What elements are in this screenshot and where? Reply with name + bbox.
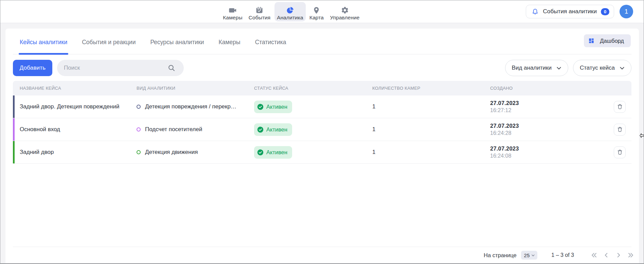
pager-controls xyxy=(590,251,634,259)
table-row[interactable]: Задний двор Детекция движения Активен 1 … xyxy=(13,141,631,164)
app-window: Камеры События Аналитика Карта xyxy=(0,0,644,264)
toolbar: Добавить Вид аналитики Статус xyxy=(13,60,631,76)
nav-item-label: Аналитика xyxy=(277,15,303,21)
double-chevron-right-icon xyxy=(627,251,634,259)
column-header-case-status: СТАТУС КЕЙСА xyxy=(254,86,372,91)
filter-case-status-label: Статус кейса xyxy=(580,65,615,71)
mouse-cursor-artifact xyxy=(640,133,644,139)
analytics-type-label: Детекция повреждения / перекр… xyxy=(145,103,236,110)
table-row[interactable]: Основной вход Подсчет посетителей Активе… xyxy=(13,118,631,141)
trash-icon xyxy=(616,126,623,133)
video-camera-icon xyxy=(228,6,237,14)
created-cell: 27.07.2023 16:24:08 xyxy=(490,145,608,159)
case-name: Задний двор xyxy=(13,149,137,156)
last-page-button[interactable] xyxy=(627,251,634,259)
cameras-count: 1 xyxy=(372,103,490,110)
dashboard-button-label: Дашборд xyxy=(600,38,624,44)
nav-item-cameras[interactable]: Камеры xyxy=(220,2,245,21)
table-row[interactable]: Задний двор. Детекция повреждений Детекц… xyxy=(13,95,631,118)
search-input[interactable] xyxy=(64,65,167,71)
nav-item-map[interactable]: Карта xyxy=(307,2,326,21)
column-header-cameras-count: КОЛИЧЕСТВО КАМЕР xyxy=(372,86,490,91)
dashboard-grid-icon xyxy=(588,38,594,44)
delete-case-button[interactable] xyxy=(614,146,626,158)
prev-page-button[interactable] xyxy=(603,251,610,259)
dashboard-button[interactable]: Дашборд xyxy=(584,34,631,47)
filter-case-status[interactable]: Статус кейса xyxy=(573,60,631,76)
tab-events-reactions[interactable]: События и реакции xyxy=(82,37,136,54)
map-pin-icon xyxy=(312,6,320,14)
filter-analytics-type-label: Вид аналитики xyxy=(512,65,552,71)
column-header-analytics-type: ВИД АНАЛИТИКИ xyxy=(137,86,254,91)
page-body: Кейсы аналитики События и реакции Ресурс… xyxy=(0,23,644,263)
status-badge: Активен xyxy=(254,123,292,136)
tabs: Кейсы аналитики События и реакции Ресурс… xyxy=(13,37,631,54)
tabs-row: Кейсы аналитики События и реакции Ресурс… xyxy=(13,29,631,54)
per-page-label: На странице xyxy=(484,252,517,259)
nav-item-analytics[interactable]: Аналитика xyxy=(274,2,306,21)
per-page-value: 25 xyxy=(524,252,530,258)
chevron-down-icon xyxy=(619,65,625,71)
created-date: 27.07.2023 xyxy=(490,145,608,152)
check-circle-icon xyxy=(257,104,264,110)
analytics-card: Кейсы аналитики События и реакции Ресурс… xyxy=(5,29,639,263)
analytics-type-ring-icon xyxy=(137,127,141,131)
case-name: Основной вход xyxy=(13,126,137,133)
chevron-right-icon xyxy=(615,251,622,259)
created-time: 16:24:08 xyxy=(490,153,608,159)
status-badge-label: Активен xyxy=(266,104,287,110)
created-time: 16:24:28 xyxy=(490,130,608,136)
analytics-type-label: Подсчет посетителей xyxy=(145,126,202,133)
cameras-count: 1 xyxy=(372,149,490,156)
tab-cameras[interactable]: Камеры xyxy=(218,37,241,54)
trash-icon xyxy=(616,103,623,110)
created-time: 16:27:12 xyxy=(490,107,608,113)
chevron-down-icon xyxy=(556,65,562,71)
filters: Вид аналитики Статус кейса xyxy=(505,60,631,76)
row-accent-bar xyxy=(13,118,15,141)
topbar-right: События аналитики 0 1 xyxy=(526,0,633,23)
delete-case-button[interactable] xyxy=(614,124,626,136)
nav-item-label: Карта xyxy=(309,15,324,21)
events-button-label: События аналитики xyxy=(543,8,597,15)
nav-item-label: Управление xyxy=(330,15,359,21)
first-page-button[interactable] xyxy=(590,251,598,259)
chevron-left-icon xyxy=(603,251,610,259)
created-cell: 27.07.2023 16:24:28 xyxy=(490,123,608,136)
check-circle-icon xyxy=(257,126,264,133)
delete-case-button[interactable] xyxy=(614,101,626,113)
analytics-type-ring-icon xyxy=(137,150,141,154)
created-date: 27.07.2023 xyxy=(490,123,608,129)
column-header-case-name: НАЗВАНИЕ КЕЙСА xyxy=(13,86,137,91)
gear-icon xyxy=(341,6,349,14)
nav-item-events[interactable]: События xyxy=(246,2,273,21)
cameras-count: 1 xyxy=(372,126,490,133)
pie-chart-icon xyxy=(286,6,294,14)
next-page-button[interactable] xyxy=(615,251,622,259)
analytics-events-button[interactable]: События аналитики 0 xyxy=(526,5,614,18)
column-header-created: СОЗДАНО xyxy=(490,86,608,91)
table-header: НАЗВАНИЕ КЕЙСА ВИД АНАЛИТИКИ СТАТУС КЕЙС… xyxy=(13,81,631,95)
analytics-type-ring-icon xyxy=(137,105,141,109)
double-chevron-left-icon xyxy=(590,251,598,259)
status-badge: Активен xyxy=(254,101,292,113)
tab-statistics[interactable]: Статистика xyxy=(255,37,287,54)
top-navigation-bar: Камеры События Аналитика Карта xyxy=(0,0,644,23)
filter-analytics-type[interactable]: Вид аналитики xyxy=(505,60,568,76)
analytics-type-label: Детекция движения xyxy=(145,149,198,156)
bell-icon xyxy=(532,8,539,15)
tab-analytics-resources[interactable]: Ресурсы аналитики xyxy=(150,37,204,54)
row-accent-bar xyxy=(13,141,15,163)
pagination-bar: На странице 25 1 – 3 of 3 xyxy=(13,247,631,263)
search-icon xyxy=(167,64,176,72)
created-date: 27.07.2023 xyxy=(490,100,608,106)
nav-item-management[interactable]: Управление xyxy=(327,2,362,21)
chevron-down-icon xyxy=(531,253,535,258)
per-page-select[interactable]: 25 xyxy=(521,251,538,260)
add-button[interactable]: Добавить xyxy=(13,60,52,76)
check-circle-icon xyxy=(257,149,264,156)
case-name: Задний двор. Детекция повреждений xyxy=(13,103,137,110)
user-avatar[interactable]: 1 xyxy=(620,5,633,18)
tab-analytics-cases[interactable]: Кейсы аналитики xyxy=(19,37,68,54)
events-count-badge: 0 xyxy=(601,8,609,15)
